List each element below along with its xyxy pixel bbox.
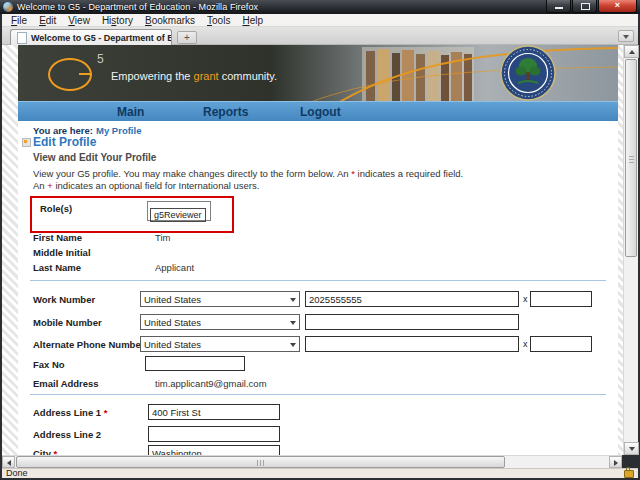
chevron-down-icon xyxy=(290,298,296,302)
work-country-value: United States xyxy=(144,294,201,305)
required-mark: * xyxy=(54,448,58,455)
first-name-value: Tim xyxy=(155,232,170,243)
email-value: tim.applicant9@gmail.com xyxy=(155,378,267,389)
intro-line-2: An + indicates an optional field for Int… xyxy=(33,180,259,191)
city-input[interactable] xyxy=(148,445,280,455)
edit-profile-link[interactable]: Edit Profile xyxy=(33,135,96,149)
menu-view[interactable]: View xyxy=(62,15,96,26)
menu-edit[interactable]: Edit xyxy=(33,15,62,26)
menu-file[interactable]: File xyxy=(5,15,33,26)
window-controls: × xyxy=(545,0,637,13)
city-label: City * xyxy=(33,448,57,455)
banner-photo xyxy=(18,45,618,101)
last-name-value: Applicant xyxy=(155,262,194,273)
new-tab-button[interactable]: + xyxy=(177,31,197,44)
address1-input[interactable] xyxy=(148,404,280,420)
g5-logo-sup: 5 xyxy=(97,52,104,66)
tab-bar: Welcome to G5 - Department of Edu... + xyxy=(2,27,638,45)
close-button[interactable]: × xyxy=(598,0,637,13)
section-divider xyxy=(30,280,606,281)
g5-banner: 5 Empowering the grant community. xyxy=(18,45,618,101)
chevron-down-icon xyxy=(290,321,296,325)
vertical-scroll-thumb[interactable] xyxy=(625,59,637,257)
fax-label: Fax No xyxy=(33,359,65,370)
minimize-icon xyxy=(555,7,563,9)
nav-item-reports[interactable]: Reports xyxy=(203,105,248,119)
bullet-icon xyxy=(22,138,31,147)
fax-input[interactable] xyxy=(145,356,245,371)
list-tabs-button[interactable] xyxy=(618,30,634,42)
scroll-down-icon[interactable] xyxy=(624,442,639,455)
status-bar: Done xyxy=(2,468,638,478)
horizontal-scrollbar[interactable] xyxy=(2,455,622,468)
alternate-number-label: Alternate Phone Number xyxy=(33,339,144,350)
address1-label: Address Line 1 * xyxy=(33,407,107,418)
lock-icon xyxy=(624,470,634,478)
horizontal-scroll-thumb[interactable] xyxy=(16,456,505,468)
mobile-number-input[interactable] xyxy=(305,314,519,330)
status-text: Done xyxy=(6,469,28,478)
nav-item-logout[interactable]: Logout xyxy=(300,105,341,119)
maximize-button[interactable] xyxy=(572,0,597,13)
g5-logo-icon xyxy=(48,58,92,91)
chevron-down-icon xyxy=(290,343,296,347)
menu-help[interactable]: Help xyxy=(236,15,269,26)
scroll-up-icon[interactable] xyxy=(624,45,639,58)
alternate-ext-label: x xyxy=(523,339,528,349)
tab-welcome-g5[interactable]: Welcome to G5 - Department of Edu... xyxy=(10,29,172,45)
middle-initial-label: Middle Initial xyxy=(33,247,91,258)
main-nav: Main Reports Logout xyxy=(18,101,618,121)
menu-history[interactable]: History xyxy=(96,15,139,26)
browser-viewport: 5 Empowering the grant community. Main R… xyxy=(2,45,638,455)
ed-seal-icon xyxy=(501,46,555,100)
alternate-ext-input[interactable] xyxy=(530,336,592,352)
firefox-icon xyxy=(3,2,13,12)
title-bar: Welcome to G5 - Department of Education … xyxy=(0,0,640,14)
vertical-scrollbar[interactable] xyxy=(623,45,638,455)
required-mark: * xyxy=(104,407,108,418)
roles-listbox[interactable]: g5Reviewer xyxy=(147,201,211,221)
scroll-left-icon[interactable] xyxy=(2,456,15,468)
mobile-country-select[interactable]: United States xyxy=(140,314,300,330)
browser-window: Welcome to G5 - Department of Education … xyxy=(0,0,640,480)
address2-label: Address Line 2 xyxy=(33,429,101,440)
scroll-right-icon[interactable] xyxy=(609,456,622,468)
page-title: View and Edit Your Profile xyxy=(33,152,156,163)
banner-tagline: Empowering the grant community. xyxy=(111,70,277,82)
menu-tools[interactable]: Tools xyxy=(201,15,236,26)
menu-bar: File Edit View History Bookmarks Tools H… xyxy=(2,14,638,27)
intro-line-1: View your G5 profile. You may make chang… xyxy=(33,168,463,179)
maximize-icon xyxy=(581,3,590,10)
address2-input[interactable] xyxy=(148,426,280,442)
window-title: Welcome to G5 - Department of Education … xyxy=(17,2,258,12)
role-option-g5reviewer[interactable]: g5Reviewer xyxy=(150,208,206,222)
alternate-country-value: United States xyxy=(144,339,201,350)
work-number-input[interactable] xyxy=(305,291,519,307)
first-name-label: First Name xyxy=(33,232,82,243)
bookshelf-photo xyxy=(362,47,474,101)
minimize-button[interactable] xyxy=(546,0,571,13)
tab-label: Welcome to G5 - Department of Edu... xyxy=(31,33,172,43)
mobile-country-value: United States xyxy=(144,317,201,328)
work-country-select[interactable]: United States xyxy=(140,291,300,307)
breadcrumb-link-my-profile[interactable]: My Profile xyxy=(96,125,141,136)
work-number-label: Work Number xyxy=(33,294,95,305)
email-label: Email Address xyxy=(33,378,99,389)
menu-bookmarks[interactable]: Bookmarks xyxy=(139,15,201,26)
alternate-number-input[interactable] xyxy=(305,336,519,352)
nav-item-main[interactable]: Main xyxy=(117,105,144,119)
alternate-country-select[interactable]: United States xyxy=(140,336,300,352)
mobile-number-label: Mobile Number xyxy=(33,317,102,328)
page-icon xyxy=(17,32,27,44)
work-ext-label: x xyxy=(523,294,528,304)
page-content: 5 Empowering the grant community. Main R… xyxy=(18,45,618,455)
last-name-label: Last Name xyxy=(33,262,81,273)
roles-label: Role(s) xyxy=(40,203,72,214)
section-divider xyxy=(30,394,606,395)
work-ext-input[interactable] xyxy=(530,291,592,307)
